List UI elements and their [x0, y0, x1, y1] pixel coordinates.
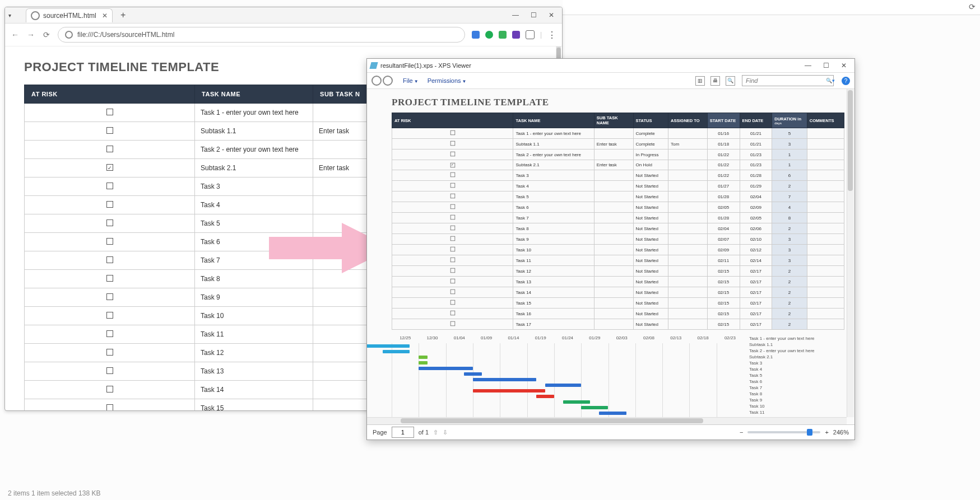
atrisk-checkbox[interactable]	[450, 215, 455, 219]
print-icon[interactable]: 🖶	[710, 76, 720, 86]
page-number-input[interactable]	[392, 427, 414, 438]
atrisk-checkbox[interactable]	[106, 293, 113, 300]
nav-reload-icon[interactable]: ⟳	[42, 30, 51, 39]
atrisk-checkbox[interactable]	[106, 164, 113, 171]
extensions-puzzle-icon[interactable]	[526, 30, 535, 39]
duration-cell: 3	[772, 245, 807, 255]
xps-vscroll-thumb[interactable]	[848, 90, 853, 191]
atrisk-checkbox[interactable]	[106, 183, 113, 189]
duration-cell: 3	[772, 234, 807, 245]
atrisk-checkbox[interactable]	[106, 275, 113, 282]
xps-hscroll-thumb[interactable]	[401, 418, 703, 423]
atrisk-checkbox[interactable]	[106, 349, 113, 356]
xps-window-title: resultantFile(1).xps - XPS Viewer	[380, 62, 471, 69]
atrisk-checkbox[interactable]	[106, 238, 113, 245]
zoom-out-icon[interactable]: −	[740, 429, 743, 436]
window-maximize-button[interactable]: ☐	[530, 11, 537, 19]
atrisk-checkbox[interactable]	[106, 404, 113, 411]
atrisk-checkbox[interactable]	[450, 194, 455, 198]
atrisk-checkbox[interactable]	[106, 330, 113, 337]
comments-cell	[807, 160, 844, 170]
atrisk-checkbox[interactable]	[106, 219, 113, 226]
xps-hscrollbar[interactable]	[367, 417, 847, 424]
gantt-tick-label: 01/19	[527, 335, 554, 340]
extension-icon-2[interactable]	[485, 31, 493, 39]
reload-icon[interactable]: ⟳	[969, 2, 976, 11]
menu-permissions[interactable]: Permissions▼	[424, 76, 470, 85]
atrisk-checkbox[interactable]	[450, 258, 455, 262]
atrisk-checkbox[interactable]	[450, 268, 455, 273]
atrisk-checkbox[interactable]	[450, 247, 455, 251]
atrisk-checkbox[interactable]	[450, 321, 455, 326]
gantt-tick-label: 01/09	[473, 335, 500, 340]
binoculars-icon[interactable]	[371, 76, 393, 86]
address-bar[interactable]: file:///C:/Users/sourceHTML.html	[58, 27, 465, 43]
atrisk-checkbox[interactable]	[450, 289, 455, 294]
atrisk-checkbox[interactable]	[450, 279, 455, 283]
view-mode-icon[interactable]: ▥	[695, 76, 705, 86]
window-minimize-button[interactable]: —	[512, 11, 519, 19]
atrisk-checkbox[interactable]	[106, 201, 113, 208]
atrisk-checkbox[interactable]	[450, 130, 455, 135]
atrisk-checkbox[interactable]	[450, 152, 455, 156]
start-cell: 02/15	[707, 287, 740, 298]
find-input[interactable]	[742, 75, 834, 86]
address-url: file:///C:/Users/sourceHTML.html	[77, 31, 174, 39]
subtask-cell: Enter task	[594, 160, 633, 170]
subtask-cell	[594, 181, 633, 191]
xps-minimize-button[interactable]: —	[804, 62, 812, 69]
browser-tab[interactable]: sourceHTML.html ✕	[26, 8, 113, 22]
duration-cell: 2	[772, 319, 807, 330]
atrisk-checkbox[interactable]	[106, 146, 113, 152]
atrisk-checkbox[interactable]	[106, 386, 113, 392]
atrisk-checkbox[interactable]	[106, 367, 113, 374]
tab-close-icon[interactable]: ✕	[102, 12, 108, 20]
duration-cell: 6	[772, 170, 807, 181]
gantt-bar	[536, 395, 554, 398]
xps-vscrollbar[interactable]	[847, 89, 854, 417]
new-tab-button[interactable]: +	[118, 10, 128, 20]
end-cell: 02/17	[740, 319, 772, 330]
page-of-label: of 1	[419, 429, 429, 436]
gantt-legend-item: Subtask 2.1	[749, 354, 844, 360]
page-down-icon[interactable]: ⇩	[443, 429, 448, 436]
tab-dropdown-icon[interactable]: ▾	[8, 12, 11, 18]
browser-menu-icon[interactable]: ⋮	[547, 30, 556, 40]
find-dropdown-icon[interactable]: 🔍▾	[826, 78, 835, 83]
atrisk-checkbox[interactable]	[106, 109, 113, 115]
end-cell: 02/10	[740, 234, 772, 245]
end-cell: 01/28	[740, 170, 772, 181]
zoom-slider-thumb[interactable]	[807, 429, 812, 436]
atrisk-checkbox[interactable]	[450, 141, 455, 146]
atrisk-checkbox[interactable]	[450, 183, 455, 188]
task-cell: Task 9	[195, 288, 313, 307]
atrisk-checkbox[interactable]	[450, 311, 455, 315]
atrisk-checkbox[interactable]	[450, 226, 455, 230]
menu-file[interactable]: File▼	[400, 76, 422, 85]
help-icon[interactable]: ?	[842, 77, 850, 85]
window-close-button[interactable]: ✕	[547, 11, 555, 19]
table-row: Task 4Not Started01/2701/292	[392, 181, 844, 191]
xps-maximize-button[interactable]: ☐	[822, 62, 830, 69]
atrisk-checkbox[interactable]	[106, 127, 113, 134]
end-cell: 02/17	[740, 287, 772, 298]
site-info-icon[interactable]	[65, 31, 73, 39]
atrisk-checkbox[interactable]	[450, 162, 455, 167]
atrisk-checkbox[interactable]	[450, 172, 455, 177]
extension-icon-3[interactable]	[499, 31, 507, 39]
atrisk-checkbox[interactable]	[106, 312, 113, 319]
zoom-slider[interactable]	[747, 431, 820, 433]
zoom-icon[interactable]: 🔍	[726, 76, 735, 86]
xps-close-button[interactable]: ✕	[840, 62, 848, 69]
nav-back-icon[interactable]: ←	[11, 30, 20, 39]
extension-icon-4[interactable]	[512, 31, 520, 39]
page-up-icon[interactable]: ⇧	[433, 429, 438, 436]
zoom-in-icon[interactable]: +	[825, 429, 828, 436]
extension-icon-1[interactable]	[472, 31, 480, 39]
atrisk-checkbox[interactable]	[450, 236, 455, 241]
atrisk-checkbox[interactable]	[106, 256, 113, 263]
atrisk-checkbox[interactable]	[450, 300, 455, 305]
gantt-tick-label: 01/14	[500, 335, 527, 340]
atrisk-checkbox[interactable]	[450, 204, 455, 209]
nav-forward-icon[interactable]: →	[26, 30, 35, 39]
